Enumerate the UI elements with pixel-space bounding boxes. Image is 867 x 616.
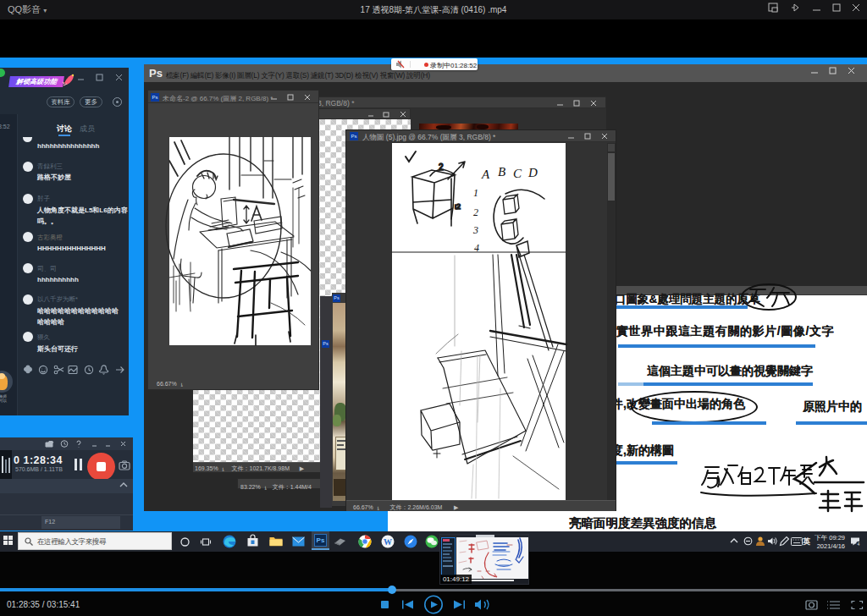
svg-text:3: 3	[472, 224, 478, 236]
svg-text:D: D	[527, 166, 538, 179]
svg-text:ι2: ι2	[455, 202, 461, 211]
svg-text:C: C	[513, 167, 522, 180]
svg-text:B: B	[498, 165, 505, 179]
svg-text:4: 4	[858, 542, 860, 547]
svg-text:W: W	[384, 537, 392, 547]
svg-text:1: 1	[473, 187, 478, 199]
svg-text:A: A	[481, 168, 490, 181]
svg-text:2: 2	[473, 206, 478, 218]
svg-text:2: 2	[439, 162, 444, 172]
